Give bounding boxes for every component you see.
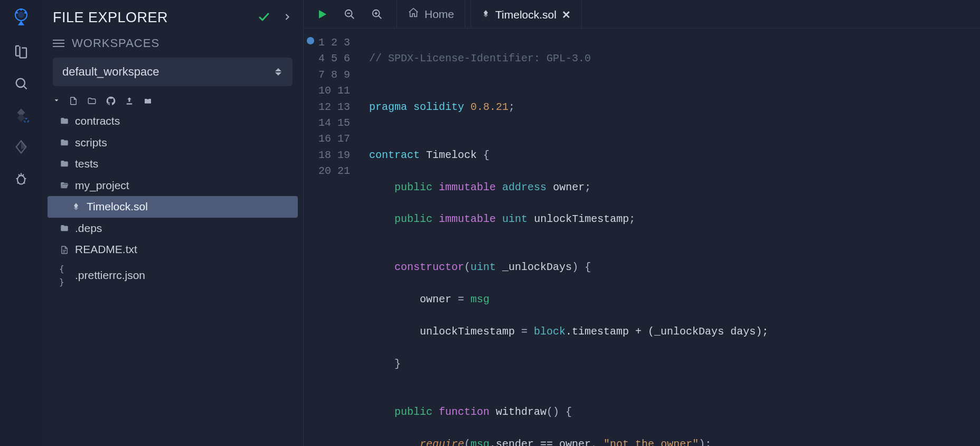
tab-active-label: Timelock.sol xyxy=(495,8,557,21)
file-explorer-icon[interactable] xyxy=(13,43,30,60)
tree-toolbar xyxy=(48,94,298,110)
close-tab-icon[interactable]: ✕ xyxy=(562,8,571,21)
file-tree: contracts scripts tests my_project Timel… xyxy=(42,94,303,291)
tree-item-label: my_project xyxy=(75,177,129,194)
deploy-icon[interactable] xyxy=(13,138,30,155)
svg-point-4 xyxy=(20,8,22,11)
tree-item-label: tests xyxy=(75,155,98,173)
new-folder-icon[interactable] xyxy=(87,96,97,106)
svg-line-22 xyxy=(351,15,354,18)
folder-icon xyxy=(59,138,70,147)
new-file-icon[interactable] xyxy=(69,96,78,106)
svg-point-5 xyxy=(16,79,25,87)
line-number-gutter: 1 2 3 4 5 6 7 8 9 10 11 12 13 14 15 16 1… xyxy=(317,29,360,446)
compile-success-icon[interactable] xyxy=(258,11,270,25)
panel-header: FILE EXPLORER xyxy=(42,0,303,31)
workspace-selector[interactable]: default_workspace xyxy=(53,58,293,86)
tree-item-label: scripts xyxy=(75,134,107,152)
tab-timelock-sol[interactable]: Timelock.sol ✕ xyxy=(470,0,582,28)
svg-line-6 xyxy=(24,86,26,89)
upload-icon[interactable] xyxy=(125,96,134,106)
tree-item-my-project[interactable]: my_project xyxy=(48,175,298,197)
tree-item-contracts[interactable]: contracts xyxy=(48,110,298,132)
tree-item-label: .prettierrc.json xyxy=(75,267,145,284)
create-icon[interactable] xyxy=(143,97,153,105)
folder-icon xyxy=(59,116,70,126)
svg-point-2 xyxy=(16,12,18,14)
folder-icon xyxy=(59,159,70,169)
tree-item-readme[interactable]: README.txt xyxy=(48,239,298,261)
dirty-indicator-column xyxy=(304,29,317,446)
remix-logo-icon[interactable] xyxy=(10,5,33,29)
dirty-indicator-icon xyxy=(307,37,314,44)
tree-item-prettierrc[interactable]: { } .prettierrc.json xyxy=(48,261,298,291)
editor-area: Home Timelock.sol ✕ 1 2 3 4 5 6 7 8 9 10… xyxy=(304,0,980,446)
svg-rect-18 xyxy=(147,98,149,99)
editor-toolbar: Home Timelock.sol ✕ xyxy=(304,0,980,29)
github-clone-icon[interactable] xyxy=(106,96,116,106)
svg-rect-16 xyxy=(127,104,133,105)
solidity-file-icon xyxy=(71,202,81,211)
tree-item-label: Timelock.sol xyxy=(87,198,148,216)
search-icon[interactable] xyxy=(13,75,30,92)
home-icon xyxy=(408,7,419,21)
tab-home-label: Home xyxy=(425,8,454,21)
folder-open-icon xyxy=(59,181,70,190)
file-explorer-panel: FILE EXPLORER WORKSPACES default_workspa… xyxy=(42,0,304,446)
tree-item-deps[interactable]: .deps xyxy=(48,218,298,239)
select-arrows-icon xyxy=(274,67,283,77)
zoom-out-button[interactable] xyxy=(338,3,361,25)
solidity-file-icon xyxy=(482,8,490,21)
panel-title: FILE EXPLORER xyxy=(53,10,168,26)
tree-root-caret-icon[interactable] xyxy=(53,97,60,106)
json-file-icon: { } xyxy=(59,263,70,289)
tree-item-timelock-sol[interactable]: Timelock.sol xyxy=(48,196,298,218)
tree-item-tests[interactable]: tests xyxy=(48,153,298,175)
code-editor[interactable]: // SPDX-License-Identifier: GPL-3.0 prag… xyxy=(360,29,980,446)
svg-line-25 xyxy=(379,15,382,18)
tree-item-label: README.txt xyxy=(75,241,137,258)
text-file-icon xyxy=(59,245,70,255)
tab-home[interactable]: Home xyxy=(397,0,465,28)
folder-icon xyxy=(59,224,70,233)
tree-item-scripts[interactable]: scripts xyxy=(48,132,298,154)
editor-body: 1 2 3 4 5 6 7 8 9 10 11 12 13 14 15 16 1… xyxy=(304,29,980,446)
collapse-panel-icon[interactable] xyxy=(282,12,293,24)
workspaces-row: WORKSPACES xyxy=(42,31,303,58)
svg-point-1 xyxy=(18,12,24,18)
code-token: // SPDX-License-Identifier: GPL-3.0 xyxy=(369,52,591,64)
solidity-compiler-icon[interactable] xyxy=(13,107,30,124)
icon-rail xyxy=(0,0,42,446)
svg-point-3 xyxy=(24,12,26,14)
run-script-button[interactable] xyxy=(311,3,333,25)
tree-item-label: .deps xyxy=(75,220,102,237)
workspace-selected-label: default_workspace xyxy=(62,65,159,79)
debugger-icon[interactable] xyxy=(13,170,30,187)
workspaces-menu-icon[interactable] xyxy=(53,40,64,47)
zoom-in-button[interactable] xyxy=(366,3,388,25)
workspaces-label: WORKSPACES xyxy=(72,36,159,50)
tree-item-label: contracts xyxy=(75,113,120,130)
svg-point-7 xyxy=(24,118,29,123)
svg-rect-17 xyxy=(145,99,151,104)
